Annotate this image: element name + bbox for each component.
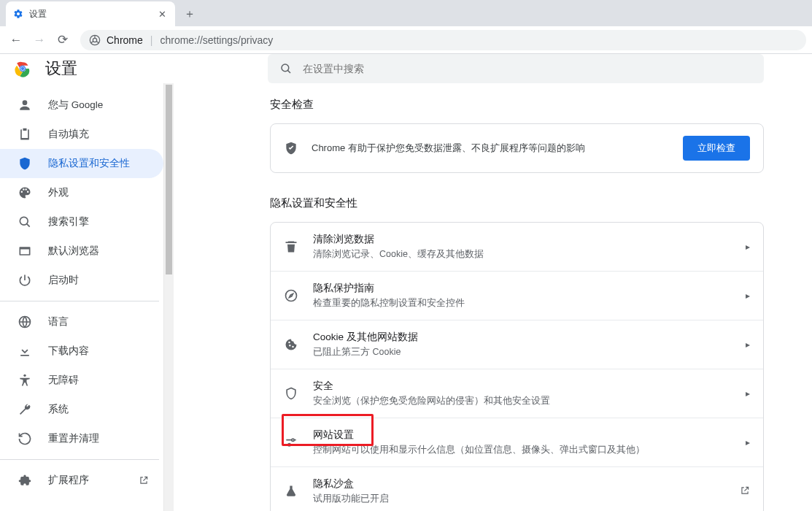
scrollbar-thumb[interactable] (166, 85, 172, 274)
svg-point-8 (20, 217, 28, 225)
sidebar-label: 隐私设置和安全性 (48, 157, 130, 170)
reload-button[interactable]: ⟳ (53, 30, 73, 50)
search-input[interactable] (303, 63, 752, 74)
sidebar-item-accessibility[interactable]: 无障碍 (0, 366, 163, 395)
svg-point-6 (282, 64, 289, 72)
external-link-icon (139, 475, 149, 485)
divider (0, 301, 159, 301)
sidebar-label: 扩展程序 (48, 474, 89, 487)
svg-line-9 (27, 224, 30, 227)
chevron-right-icon: ▸ (746, 339, 750, 350)
new-tab-button[interactable]: ＋ (179, 4, 200, 24)
sidebar-label: 自动填充 (48, 128, 89, 141)
flask-icon (284, 484, 298, 499)
safety-check-card: Chrome 有助于保护您免受数据泄露、不良扩展程序等问题的影响 立即检查 (270, 123, 764, 173)
svg-point-12 (286, 291, 297, 301)
person-icon (18, 98, 32, 112)
tab-bar: 设置 ✕ ＋ (0, 0, 812, 26)
sidebar-item-default-browser[interactable]: 默认浏览器 (0, 237, 163, 266)
sidebar-label: 下载内容 (48, 345, 89, 358)
li-title: Cookie 及其他网站数据 (313, 331, 731, 344)
globe-icon (18, 315, 32, 329)
li-title: 安全 (313, 380, 731, 393)
search-icon (18, 215, 32, 229)
power-icon (18, 273, 32, 288)
sidebar-label: 无障碍 (48, 374, 79, 387)
shield-check-icon (284, 141, 298, 155)
main-panel: 安全检查 Chrome 有助于保护您免受数据泄露、不良扩展程序等问题的影响 立即… (174, 83, 812, 511)
sidebar-item-system[interactable]: 系统 (0, 395, 163, 424)
sidebar-item-you-and-google[interactable]: 您与 Google (0, 91, 163, 120)
list-item-privacy-guide[interactable]: 隐私保护指南检查重要的隐私控制设置和安全控件 ▸ (271, 271, 763, 320)
tab-settings[interactable]: 设置 ✕ (6, 1, 175, 26)
omnibox[interactable]: Chrome | chrome://settings/privacy (80, 30, 806, 50)
sidebar-label: 语言 (48, 315, 69, 328)
sidebar-item-autofill[interactable]: 自动填充 (0, 120, 163, 149)
sidebar-item-reset[interactable]: 重置并清理 (0, 424, 163, 453)
svg-point-13 (292, 439, 294, 441)
content-area: 设置 您与 Google 自动填充 隐私设置和安全性 外观 (0, 54, 812, 511)
sidebar: 您与 Google 自动填充 隐私设置和安全性 外观 搜索引擎 默认浏览器 (0, 83, 174, 511)
sidebar-label: 系统 (48, 403, 69, 416)
close-icon[interactable]: ✕ (156, 8, 168, 20)
sidebar-label: 搜索引擎 (48, 215, 89, 228)
page-title: 设置 (45, 58, 77, 80)
clipboard-icon (18, 127, 32, 142)
section-title-privacy: 隐私设置和安全性 (270, 196, 764, 210)
list-item-site-settings[interactable]: 网站设置控制网站可以使用和显示什么信息（如位置信息、摄像头、弹出式窗口及其他） … (271, 418, 763, 466)
sidebar-label: 重置并清理 (48, 432, 99, 445)
li-title: 网站设置 (313, 429, 731, 442)
list-item-clear-data[interactable]: 清除浏览数据清除浏览记录、Cookie、缓存及其他数据 ▸ (271, 223, 763, 271)
svg-point-5 (21, 67, 24, 70)
list-item-cookies[interactable]: Cookie 及其他网站数据已阻止第三方 Cookie ▸ (271, 320, 763, 369)
li-title: 隐私保护指南 (313, 282, 731, 295)
sidebar-item-downloads[interactable]: 下载内容 (0, 337, 163, 366)
accessibility-icon (18, 373, 32, 388)
back-button[interactable]: ← (6, 30, 26, 50)
sidebar-label: 外观 (48, 186, 69, 199)
svg-point-14 (288, 444, 290, 446)
page-header: 设置 (0, 54, 812, 83)
omnibox-url: chrome://settings/privacy (160, 34, 273, 46)
forward-button[interactable]: → (29, 30, 50, 50)
restore-icon (18, 431, 32, 446)
trash-icon (284, 239, 298, 254)
sidebar-label: 默认浏览器 (48, 245, 99, 258)
li-sub: 检查重要的隐私控制设置和安全控件 (313, 297, 731, 310)
compass-icon (284, 288, 298, 303)
li-sub: 试用版功能已开启 (313, 493, 725, 505)
browser-toolbar: ← → ⟳ Chrome | chrome://settings/privacy (0, 26, 812, 54)
tab-title: 设置 (29, 8, 150, 20)
li-sub: 已阻止第三方 Cookie (313, 346, 731, 358)
chevron-right-icon: ▸ (746, 388, 750, 399)
puzzle-icon (18, 473, 32, 488)
shield-icon (18, 156, 32, 171)
download-icon (18, 344, 32, 358)
cookie-icon (284, 337, 298, 352)
divider (0, 459, 159, 460)
sidebar-item-appearance[interactable]: 外观 (0, 178, 163, 207)
sidebar-item-language[interactable]: 语言 (0, 307, 163, 337)
li-sub: 控制网站可以使用和显示什么信息（如位置信息、摄像头、弹出式窗口及其他） (313, 444, 731, 456)
chrome-logo (13, 59, 32, 78)
sidebar-scrollbar[interactable] (163, 83, 174, 511)
sidebar-item-search[interactable]: 搜索引擎 (0, 207, 163, 237)
li-title: 隐私沙盒 (313, 477, 725, 491)
sidebar-item-privacy[interactable]: 隐私设置和安全性 (0, 149, 163, 178)
safety-message: Chrome 有助于保护您免受数据泄露、不良扩展程序等问题的影响 (312, 142, 670, 155)
li-title: 清除浏览数据 (313, 233, 731, 246)
shield-outline-icon (284, 386, 298, 401)
check-now-button[interactable]: 立即检查 (683, 136, 750, 161)
chrome-icon (89, 34, 101, 46)
sliders-icon (284, 435, 298, 450)
list-item-security[interactable]: 安全安全浏览（保护您免受危险网站的侵害）和其他安全设置 ▸ (271, 369, 763, 418)
sidebar-item-startup[interactable]: 启动时 (0, 266, 163, 295)
sidebar-label: 启动时 (48, 274, 79, 287)
privacy-list: 清除浏览数据清除浏览记录、Cookie、缓存及其他数据 ▸ 隐私保护指南检查重要… (270, 222, 764, 511)
svg-point-11 (23, 374, 26, 377)
gear-icon (13, 9, 23, 19)
chevron-right-icon: ▸ (746, 242, 750, 252)
list-item-privacy-sandbox[interactable]: 隐私沙盒试用版功能已开启 (271, 466, 763, 511)
settings-search[interactable] (268, 54, 764, 83)
sidebar-item-extensions[interactable]: 扩展程序 (0, 466, 163, 495)
